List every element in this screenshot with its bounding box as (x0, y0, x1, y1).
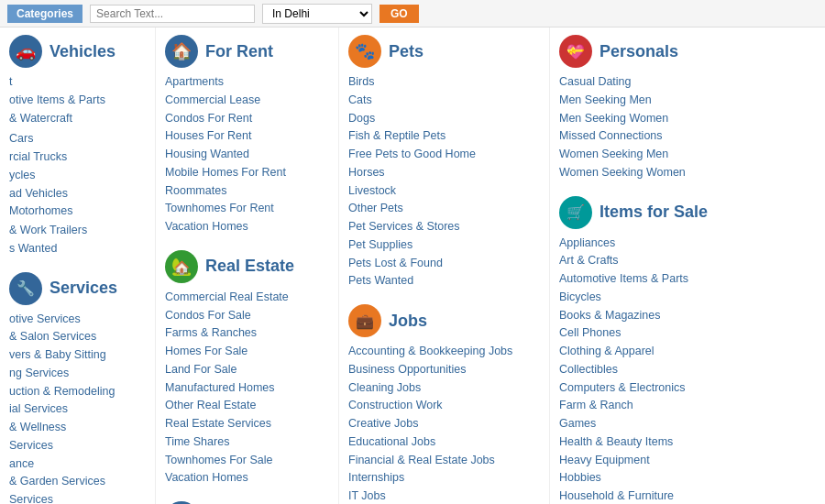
link-houses-for-rent[interactable]: Houses For Rent (165, 129, 251, 142)
link[interactable]: Books & Magazines (559, 309, 660, 322)
location-select[interactable]: In Delhi (262, 4, 372, 24)
link-livestock[interactable]: Livestock (348, 184, 396, 197)
list-item: Time Shares (165, 433, 329, 451)
link[interactable]: Missed Connections (559, 129, 663, 142)
link[interactable]: Art & Crafts (559, 254, 619, 267)
link[interactable]: Automotive Items & Parts (559, 272, 688, 285)
pets-section: 🐾 Pets Birds Cats Dogs Fish & Reptile Pe… (348, 35, 540, 290)
link[interactable]: Creative Jobs (348, 417, 418, 430)
link[interactable]: & Watercraft (9, 112, 72, 125)
link[interactable]: Business Opportunities (348, 363, 467, 376)
link[interactable]: Farm & Ranch (559, 399, 633, 411)
list-item: Land For Sale (165, 361, 329, 378)
link[interactable]: ance (9, 457, 34, 470)
link-pet-services[interactable]: Pet Services & Stores (348, 220, 460, 233)
link[interactable]: Other Real Estate (165, 399, 256, 411)
link[interactable]: Appliances (559, 236, 615, 249)
link[interactable]: Condos For Sale (165, 309, 251, 322)
link[interactable]: Time Shares (165, 435, 229, 448)
link[interactable]: s Wanted (9, 242, 57, 255)
link[interactable]: Vacation Homes (165, 471, 248, 484)
link[interactable]: Household & Furniture (559, 489, 674, 502)
link[interactable]: Computers & Electronics (559, 381, 686, 394)
link[interactable]: Women Seeking Women (559, 166, 686, 179)
link-dogs[interactable]: Dogs (348, 112, 375, 125)
link[interactable]: Heavy Equipment (559, 454, 650, 466)
link-condos-for-rent[interactable]: Condos For Rent (165, 112, 252, 125)
link[interactable]: Townhomes For Sale (165, 454, 272, 466)
search-input[interactable] (90, 5, 255, 23)
link[interactable]: Accounting & Bookkeeping Jobs (348, 345, 512, 357)
link[interactable]: uction & Remodeling (9, 385, 115, 398)
link[interactable]: Manufactured Homes (165, 381, 275, 394)
link[interactable]: Cars (9, 132, 33, 145)
link[interactable]: Cleaning Jobs (348, 381, 421, 394)
link-free-pets[interactable]: Free Pets to Good Home (348, 148, 476, 160)
link[interactable]: & Salon Services (9, 330, 96, 343)
link[interactable]: Motorhomes (9, 204, 72, 217)
link-other-pets[interactable]: Other Pets (348, 202, 403, 214)
link[interactable]: & Wellness (9, 421, 66, 433)
list-item: Art & Crafts (559, 252, 742, 269)
link[interactable]: Health & Beauty Items (559, 435, 673, 448)
list-item: Men Seeking Men (559, 92, 742, 109)
link[interactable]: Men Seeking Women (559, 112, 668, 125)
categories-tab[interactable]: Categories (7, 5, 82, 23)
list-item: Townhomes For Sale (165, 452, 329, 469)
link[interactable]: Commercial Real Estate (165, 290, 289, 303)
link-vacation-homes[interactable]: Vacation Homes (165, 220, 248, 233)
link-homes-for-sale[interactable]: Homes For Sale (165, 345, 248, 357)
link[interactable]: rcial Trucks (9, 150, 67, 163)
link-mobile-homes-for-rent[interactable]: Mobile Homes For Rent (165, 166, 286, 179)
link[interactable]: Hobbies (559, 471, 601, 484)
link[interactable]: otivе Services (9, 312, 81, 325)
link[interactable]: Games (559, 417, 596, 430)
list-item: Construction Work (348, 397, 540, 414)
link[interactable]: Casual Dating (559, 75, 632, 88)
link-clothing-apparel[interactable]: Clothing & Apparel (559, 345, 654, 357)
link[interactable]: ng Services (9, 367, 69, 379)
link-roommates[interactable]: Roommates (165, 184, 226, 197)
list-item: Missed Connections (559, 127, 742, 145)
list-item: Motorhomes (9, 203, 146, 220)
link[interactable]: Educational Jobs (348, 435, 435, 448)
link[interactable]: otivе Items & Parts (9, 93, 105, 106)
link[interactable]: ial Services (9, 402, 68, 415)
link[interactable]: IT Jobs (348, 489, 386, 502)
link[interactable]: Land For Sale (165, 363, 237, 376)
link[interactable]: ycles (9, 169, 35, 181)
link[interactable]: t (9, 75, 12, 88)
search-button[interactable]: GO (380, 5, 419, 23)
link[interactable]: Cell Phones (559, 326, 621, 339)
link-apartments[interactable]: Apartments (165, 75, 224, 88)
link[interactable]: & Work Trailers (9, 224, 87, 236)
link[interactable]: Collectibles (559, 363, 618, 376)
link[interactable]: & Garden Services (9, 475, 105, 488)
link[interactable]: Farms & Ranches (165, 326, 257, 339)
link-construction-work[interactable]: Construction Work (348, 399, 443, 411)
link-cats[interactable]: Cats (348, 93, 372, 106)
real-estate-links: Commercial Real Estate Condos For Sale F… (165, 289, 329, 487)
link-housing-wanted[interactable]: Housing Wanted (165, 148, 249, 160)
link[interactable]: Services (9, 493, 53, 504)
link-pets-wanted[interactable]: Pets Wanted (348, 274, 413, 287)
link[interactable]: Women Seeking Men (559, 148, 668, 160)
link[interactable]: Financial & Real Estate Jobs (348, 454, 495, 466)
link-fish-reptile[interactable]: Fish & Reptile Pets (348, 129, 446, 142)
link-townhomes-for-rent[interactable]: Townhomes For Rent (165, 202, 274, 214)
link-pet-supplies[interactable]: Pet Supplies (348, 238, 412, 251)
list-item: uction & Remodeling (9, 383, 146, 400)
link-horses[interactable]: Horses (348, 166, 385, 179)
link[interactable]: vers & Baby Sitting (9, 348, 106, 361)
link[interactable]: Bicycles (559, 290, 601, 303)
list-item: Commercial Real Estate (165, 289, 329, 306)
list-item: Books & Magazines (559, 307, 742, 324)
link[interactable]: Men Seeking Men (559, 93, 652, 106)
link[interactable]: ad Vehicles (9, 187, 68, 200)
link[interactable]: Real Estate Services (165, 417, 271, 430)
link[interactable]: Services (9, 439, 53, 452)
link-birds[interactable]: Birds (348, 75, 374, 88)
link[interactable]: Internships (348, 471, 404, 484)
link-commercial-lease[interactable]: Commercial Lease (165, 93, 260, 106)
link-pets-lost-found[interactable]: Pets Lost & Found (348, 257, 443, 269)
